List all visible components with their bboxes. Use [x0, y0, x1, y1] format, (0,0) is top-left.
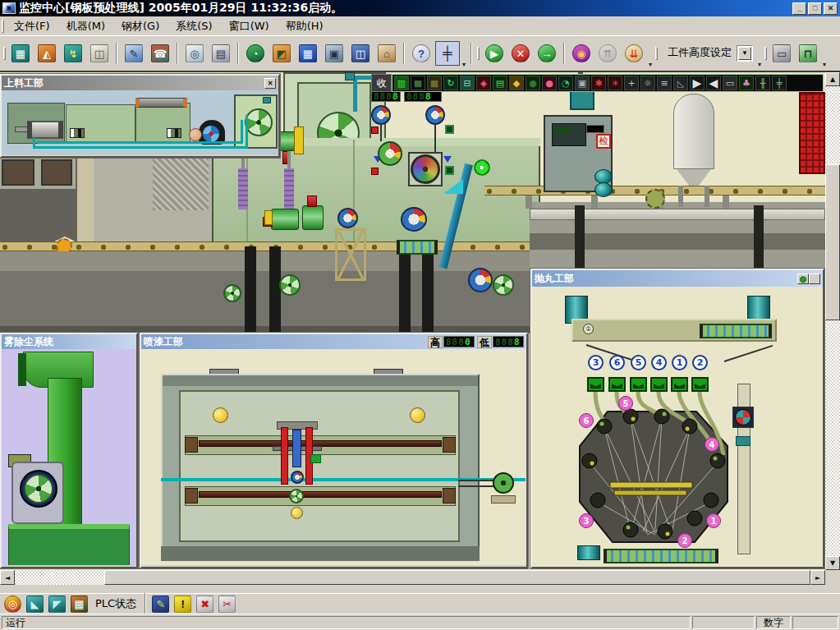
zone-number-badge[interactable]: 4 [705, 437, 719, 452]
plc-target-button[interactable]: ◎ [2, 595, 24, 614]
sphere-alarm-icon[interactable]: ● [542, 76, 557, 90]
block-x-button[interactable]: ✖ [194, 595, 216, 614]
spray-b-icon[interactable]: ✳ [608, 76, 622, 90]
menu-help[interactable]: 帮助(H) [278, 16, 332, 36]
toolbar-grip-2[interactable] [477, 47, 480, 60]
home-button[interactable]: ⌂ [374, 41, 399, 66]
gem-stone-icon[interactable]: ◈ [476, 76, 491, 90]
status-square-a-icon[interactable]: ■ [411, 76, 425, 90]
toolbar-grip-3[interactable] [655, 47, 658, 60]
plc-status-button[interactable]: ▦ [68, 595, 90, 614]
shotblast-window-titlebar[interactable]: 抛丸工部 ◍ [532, 270, 823, 287]
hscroll-left-button[interactable]: ◄ [0, 570, 15, 585]
window-frame-icon[interactable]: ▭ [723, 76, 737, 90]
app-icon[interactable]: ▣ [2, 2, 16, 14]
vscroll-down-button[interactable]: ▼ [825, 556, 840, 570]
dial-run-icon[interactable]: ◔ [558, 76, 573, 90]
title-bar[interactable]: ▣ 监控中心[钢板预处理线] 2005年01月29日 11:32:36启动。 _… [0, 0, 840, 16]
bottom-screw-motor [577, 545, 600, 560]
toolbar-overflow-chevron[interactable]: ▾ [462, 61, 466, 68]
cutter-button[interactable]: ✂ [216, 595, 238, 614]
loading-window-close-button[interactable]: ✕ [264, 78, 276, 89]
disk-slot-icon[interactable]: ⊟ [460, 76, 475, 90]
alarm-hopper-button[interactable]: ◭ [34, 41, 59, 66]
lower-down-button[interactable]: ⇊ [622, 41, 646, 66]
combo-dropdown-button[interactable]: ▼ [738, 47, 751, 60]
toolbar-grip-1[interactable] [3, 47, 6, 60]
shotblast-extra-button[interactable] [809, 274, 820, 284]
power-flash-button[interactable]: ↯ [61, 41, 85, 66]
sound-horn-button[interactable]: ◉ [569, 41, 594, 66]
printer-button[interactable]: ▤ [209, 41, 233, 66]
data-table-button[interactable]: ▦ [296, 41, 320, 66]
brush-button[interactable]: ✎ [149, 595, 172, 614]
shotblast-tool-button[interactable]: ◍ [797, 274, 809, 284]
loading-window-titlebar[interactable]: 上料工部 ✕ [2, 76, 278, 90]
run-stop-button[interactable]: ✕ [508, 41, 533, 66]
sphere-dim-icon[interactable]: ● [526, 76, 540, 90]
zone-number-badge[interactable]: 3 [579, 513, 594, 528]
levels-icon[interactable]: ≡ [657, 76, 672, 90]
monitor-dial-button[interactable]: ◔ [243, 41, 268, 66]
help-button[interactable]: ? [409, 41, 434, 66]
rotate-tool-icon[interactable]: ↻ [443, 76, 458, 90]
fill-jug-button[interactable]: ◫ [87, 41, 112, 66]
step-right-icon[interactable]: ▶ [690, 76, 705, 90]
minimize-button[interactable]: _ [792, 2, 806, 15]
run-start-button[interactable]: ▶ [482, 41, 507, 66]
green-control-panel-icon[interactable]: ▥ [394, 76, 409, 90]
comm-phone-button[interactable]: ☎ [148, 41, 172, 66]
zone-number-badge[interactable]: 2 [677, 533, 692, 548]
print-preview-button[interactable]: ◎ [182, 41, 207, 66]
maximize-button[interactable]: □ [808, 2, 822, 15]
menu-window[interactable]: 窗口(W) [221, 16, 278, 36]
menu-grip[interactable] [2, 20, 4, 33]
work-axis-button[interactable]: ╪ [435, 41, 460, 66]
spray-a-icon[interactable]: ✱ [591, 76, 606, 90]
gear-icon[interactable]: ☼ [640, 76, 655, 90]
vscroll-thumb[interactable] [825, 164, 840, 320]
toolbar-overflow-chevron[interactable]: ▾ [758, 61, 761, 68]
status-square-b-icon[interactable]: ■ [427, 76, 442, 90]
hscroll-thumb[interactable] [104, 570, 810, 585]
crosshair-icon[interactable]: + [624, 76, 639, 90]
zone-number-badge[interactable]: 5 [618, 396, 633, 411]
chute-a-button[interactable]: ◣ [24, 595, 46, 614]
raise-up-button[interactable]: ⇈ [595, 41, 620, 66]
toolbar-overflow-chevron[interactable]: ▾ [823, 61, 826, 68]
menu-steel[interactable]: 钢材(G) [113, 16, 168, 36]
vscroll-up-button[interactable]: ▲ [825, 72, 840, 86]
menu-file[interactable]: 文件(F) [6, 16, 58, 36]
toolbar-grip-4[interactable] [764, 47, 767, 60]
media-station-button[interactable]: ▣ [322, 41, 347, 66]
frame-select-icon[interactable]: ▣ [575, 76, 590, 90]
chute-b-button[interactable]: ◤ [46, 595, 68, 614]
vscroll-track[interactable] [825, 86, 840, 556]
zone-number-badge[interactable]: 1 [706, 513, 721, 528]
hand-tool-icon[interactable]: ◆ [509, 76, 524, 90]
pipe-tool-button[interactable]: ⊓ [796, 41, 820, 66]
slab-tool-button[interactable]: ▭ [769, 41, 794, 66]
run-step-button[interactable]: → [535, 41, 559, 66]
device-panel-button[interactable]: ▦ [8, 41, 33, 66]
step-left-icon[interactable]: ◀ [706, 76, 721, 90]
h-adjust-icon[interactable]: ╪ [772, 76, 787, 90]
toolbar-overflow-chevron[interactable]: ▾ [649, 61, 652, 68]
warning-button[interactable]: ! [172, 595, 194, 614]
menu-system[interactable]: 系统(S) [168, 16, 220, 36]
log-edit-button[interactable]: ✎ [122, 41, 146, 66]
menu-machine[interactable]: 机器(M) [58, 16, 113, 36]
dust-window-titlebar[interactable]: 雾除尘系统 [2, 334, 136, 349]
window-tools-button[interactable]: ◫ [348, 41, 373, 66]
zone-number-badge[interactable]: 6 [579, 413, 594, 428]
v-adjust-icon[interactable]: ╫ [755, 76, 770, 90]
panel-lights-icon[interactable]: ▤ [493, 76, 507, 90]
plant-flower-icon[interactable]: ♣ [739, 76, 754, 90]
paint-window-titlebar[interactable]: 喷漆工部 高 8880 低 8888 [141, 334, 526, 349]
work-height-combo[interactable]: 工件高度设定 ▼ [663, 44, 753, 62]
close-button[interactable]: ✕ [824, 2, 838, 15]
work-height-combo-field[interactable]: ▼ [737, 45, 753, 62]
ramp-icon[interactable]: ◺ [673, 76, 688, 90]
color-palette-button[interactable]: ◩ [269, 41, 294, 66]
hscroll-right-button[interactable]: ► [810, 570, 825, 585]
